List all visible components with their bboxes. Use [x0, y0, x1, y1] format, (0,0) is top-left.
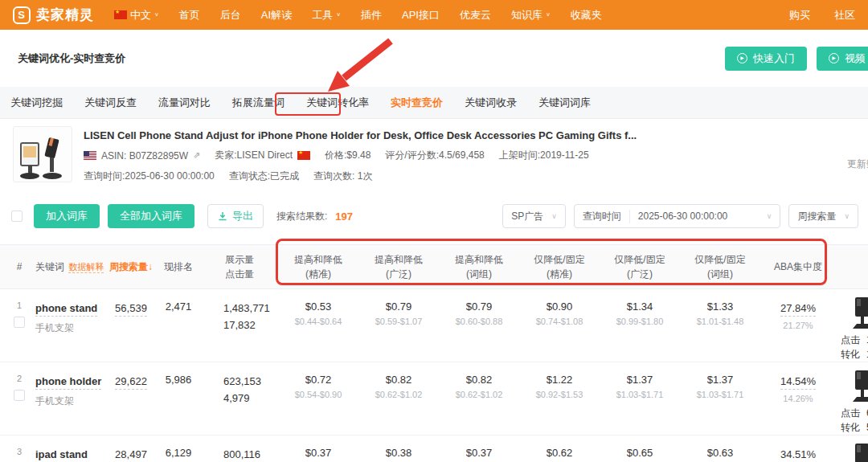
- bid-cell: $1.37 $1.03-$1.71: [600, 374, 680, 399]
- nav-item[interactable]: 首页: [179, 8, 200, 22]
- aba-value[interactable]: 14.54%: [780, 375, 816, 390]
- aba-value[interactable]: 34.51%: [780, 448, 816, 462]
- bid-cell: $0.38 $0.29-$0.48: [358, 447, 439, 462]
- bid-value: $0.82: [358, 374, 439, 386]
- tab[interactable]: 关键词反查: [84, 96, 137, 110]
- product-image[interactable]: [13, 126, 72, 182]
- bid-range: $1.03-$1.71: [680, 390, 760, 399]
- product-thumbnail-icon[interactable]: [847, 296, 868, 331]
- tab[interactable]: 流量词对比: [158, 96, 211, 110]
- nav-item-label: 首页: [179, 8, 200, 22]
- aba-cell: 27.84% 21.27%: [760, 301, 836, 330]
- sellersprite-logo-icon: S: [13, 6, 31, 24]
- product-thumbnail-icon[interactable]: [847, 442, 868, 462]
- export-button[interactable]: 导出: [207, 204, 264, 228]
- col-header-bid: 提高和降低 (词组): [439, 252, 519, 281]
- nav-item[interactable]: AI解读: [261, 8, 292, 22]
- weekly-search-value[interactable]: 29,622: [115, 375, 147, 390]
- nav-item[interactable]: 后台: [220, 8, 241, 22]
- add-all-to-wordbank-button[interactable]: 全部加入词库: [108, 204, 194, 228]
- product-title[interactable]: LISEN Cell Phone Stand Adjust for iPhone…: [84, 129, 868, 141]
- keyword-cell: ipad stand 苹果电脑支架: [32, 447, 106, 462]
- row-index: 3: [17, 447, 22, 456]
- result-count-value: 197: [335, 211, 353, 223]
- bid-value: $0.62: [519, 447, 600, 459]
- bid-header-line2: (词组): [439, 267, 519, 281]
- col-header-bid: 提高和降低 (精准): [278, 252, 358, 281]
- nav-item-label: 优麦云: [460, 8, 491, 22]
- tab[interactable]: 关键词词库: [538, 96, 591, 110]
- bid-cell: $0.79 $0.60-$0.88: [439, 301, 519, 326]
- update-link[interactable]: 更新数: [847, 157, 868, 171]
- keyword-translation: 手机支架: [35, 321, 106, 335]
- top-nav: S 卖家精灵 中文 ∨ 首页 后台 AI解读 工具 ∨: [0, 0, 868, 30]
- nav-right: 购买 社区: [789, 8, 855, 22]
- select-all-checkbox[interactable]: [11, 211, 23, 222]
- query-time: 查询时间:2025-06-30 00:00:00: [84, 170, 215, 183]
- impressions-cell: 623,153 4,979: [201, 374, 278, 407]
- row-checkbox[interactable]: [14, 390, 25, 401]
- external-link-icon[interactable]: ⇗: [193, 150, 200, 161]
- video-guide-button[interactable]: ▶ 视频: [817, 47, 868, 71]
- toolbar-filters: SP广告 ∨ 查询时间 2025-06-30 00:00:00 ∨ 周搜索量 ∨: [502, 204, 858, 228]
- tab[interactable]: 关键词收录: [465, 96, 517, 110]
- nav-item[interactable]: API接口: [402, 8, 440, 22]
- weekly-search-value[interactable]: 56,539: [115, 302, 147, 317]
- product-seller[interactable]: 卖家:LISEN Direct: [215, 149, 293, 162]
- tab[interactable]: 拓展流量词: [232, 96, 285, 110]
- bid-range: $0.62-$1.02: [358, 390, 439, 399]
- tab[interactable]: 关键词转化率: [306, 96, 369, 110]
- nav-item[interactable]: 社区: [834, 8, 855, 22]
- nav-item[interactable]: 工具 ∨: [312, 8, 341, 22]
- ad-type-select[interactable]: SP广告 ∨: [502, 204, 566, 228]
- nav-item[interactable]: 收藏夹: [571, 8, 602, 22]
- bid-cell: $0.37 $0.32-$0.43: [278, 447, 358, 462]
- impressions-cell: 1,483,771 17,832: [201, 301, 278, 334]
- metric-select[interactable]: 周搜索量 ∨: [788, 204, 858, 228]
- bid-header-line2: (广泛): [358, 267, 439, 281]
- nav-item[interactable]: 优麦云: [460, 8, 491, 22]
- keyword-link[interactable]: phone holder: [35, 375, 101, 390]
- nav-item-label: 后台: [220, 8, 241, 22]
- col-header-weekly-search[interactable]: 周搜索量↓: [106, 260, 156, 274]
- tab[interactable]: 实时查竞价: [391, 96, 443, 110]
- tab[interactable]: 关键词挖掘: [10, 96, 63, 110]
- weekly-search-value[interactable]: 28,497: [115, 448, 147, 462]
- brand-name: 卖家精灵: [36, 6, 94, 24]
- rank-cell: 5,986: [156, 374, 201, 386]
- table-row: 2 phone holder 手机支架 29,622 5,986 623,153…: [0, 362, 868, 435]
- bid-cell: $0.65 $0.49-$0.81: [600, 447, 680, 462]
- brand[interactable]: S 卖家精灵: [13, 6, 94, 24]
- impressions-value: 623,153: [223, 374, 278, 390]
- title-bar-buttons: ▶ 快速入门 ▶ 视频: [725, 47, 868, 71]
- bid-cell: $1.33 $1.01-$1.48: [680, 301, 760, 326]
- add-to-wordbank-button[interactable]: 加入词库: [34, 204, 100, 228]
- data-explain-link[interactable]: 数据解释: [68, 262, 104, 273]
- nav-item-language[interactable]: 中文 ∨: [114, 8, 159, 22]
- add-all-label: 全部加入词库: [120, 209, 182, 223]
- keyword-link[interactable]: ipad stand: [35, 448, 88, 462]
- download-icon: [218, 211, 227, 221]
- bid-header-line2: (精准): [519, 267, 600, 281]
- row-checkbox[interactable]: [14, 317, 25, 328]
- aba-value[interactable]: 27.84%: [780, 302, 816, 317]
- chevron-down-icon: ∨: [336, 12, 341, 18]
- nav-item[interactable]: 知识库 ∨: [511, 8, 551, 22]
- nav-item-label: 社区: [834, 8, 855, 22]
- table-header: # 关键词 数据解释 周搜索量↓ 现排名 展示量 点击量 提高和降低 (精准) …: [0, 244, 868, 289]
- sort-desc-icon: ↓: [148, 261, 153, 272]
- quick-start-button[interactable]: ▶ 快速入门: [725, 47, 807, 71]
- keyword-translation: 手机支架: [35, 395, 106, 408]
- nav-item[interactable]: 购买: [789, 8, 810, 22]
- product-thumbnail-icon[interactable]: [847, 369, 868, 404]
- query-time-select[interactable]: 查询时间 2025-06-30 00:00:00 ∨: [574, 204, 781, 228]
- bid-value: $0.65: [600, 447, 680, 459]
- click-rate-label: 点击: [841, 407, 860, 419]
- rank-cell: 6,129: [156, 447, 201, 459]
- keyword-link[interactable]: phone stand: [35, 302, 97, 317]
- click-rate-label: 点击: [841, 334, 860, 345]
- nav-item[interactable]: 插件: [361, 8, 382, 22]
- clicks-value: 4,979: [223, 390, 278, 407]
- product-meta-row-2: 查询时间:2025-06-30 00:00:00 查询状态:已完成 查询次数: …: [84, 170, 868, 183]
- bid-range: $0.60-$0.88: [439, 317, 519, 326]
